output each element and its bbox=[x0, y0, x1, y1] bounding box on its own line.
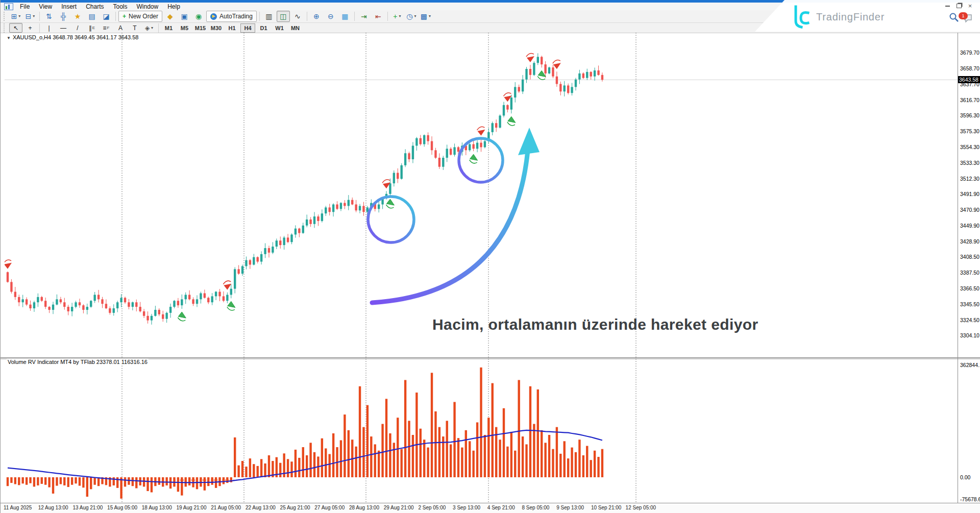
templates-button[interactable]: ▩▾ bbox=[419, 11, 432, 22]
timeframe-mn[interactable]: MN bbox=[288, 23, 303, 33]
cursor-tool-icon: ↖ bbox=[13, 25, 18, 31]
profiles-button-icon: ⊟ bbox=[26, 13, 32, 20]
new-chart-button[interactable]: ⊞▾ bbox=[9, 11, 22, 22]
crosshair-tool[interactable]: + bbox=[23, 23, 37, 33]
channel-tool[interactable]: ∥E bbox=[85, 23, 99, 33]
search-icon[interactable] bbox=[949, 12, 959, 22]
price-axis-label: 3533.30 bbox=[960, 160, 980, 166]
menu-item-file[interactable]: File bbox=[15, 3, 34, 10]
buy-signal-icon bbox=[178, 312, 186, 318]
date-axis-label: 9 Sep 13:00 bbox=[556, 505, 584, 510]
date-axis-label: 15 Aug 05:00 bbox=[107, 505, 137, 510]
metaeditor-button-icon: ◆ bbox=[167, 13, 173, 20]
menu-item-insert[interactable]: Insert bbox=[57, 3, 81, 10]
horizontal-line-tool[interactable]: — bbox=[57, 23, 70, 33]
price-axis-label: 3428.90 bbox=[960, 238, 980, 245]
date-axis-label: 22 Aug 13:00 bbox=[246, 505, 276, 510]
horizontal-line-tool-icon: — bbox=[60, 25, 66, 31]
data-window-button[interactable]: ╬ bbox=[57, 11, 70, 22]
timeframe-d1[interactable]: D1 bbox=[256, 23, 271, 33]
price-chart[interactable] bbox=[5, 33, 958, 357]
signals-button[interactable]: ◉ bbox=[192, 11, 205, 22]
timeframe-m15[interactable]: M15 bbox=[193, 23, 208, 33]
new-order-button-icon: + bbox=[122, 13, 126, 19]
zoom-out-button[interactable]: ⊖ bbox=[324, 11, 337, 22]
shapes-tool[interactable]: ◈▾ bbox=[142, 23, 156, 33]
dropdown-caret-icon[interactable]: ▾ bbox=[18, 14, 20, 18]
sell-signal-icon bbox=[5, 263, 12, 269]
menu-item-charts[interactable]: Charts bbox=[81, 3, 108, 10]
dropdown-caret-icon[interactable]: ▾ bbox=[33, 14, 35, 18]
profiles-button[interactable]: ⊟▾ bbox=[23, 11, 37, 22]
auto-scroll-button[interactable]: ⇥ bbox=[357, 11, 371, 22]
terminal-button[interactable]: ▤ bbox=[85, 11, 99, 22]
sell-signal-icon bbox=[382, 180, 390, 183]
close-button[interactable]: × bbox=[965, 2, 975, 10]
trend-arrow[interactable] bbox=[372, 151, 528, 303]
restore-button[interactable] bbox=[954, 2, 964, 10]
fibonacci-tool-icon: ≡ bbox=[103, 25, 107, 31]
fibonacci-tool[interactable]: ≡F bbox=[100, 23, 113, 33]
indicators-button-icon: + bbox=[393, 13, 397, 20]
channel-tool-icon: ∥ bbox=[89, 25, 92, 31]
menu-item-view[interactable]: View bbox=[34, 3, 57, 10]
strategy-tester-button[interactable]: ◪ bbox=[100, 11, 113, 22]
buy-signal-icon bbox=[178, 317, 185, 321]
indicators-button[interactable]: +▾ bbox=[390, 11, 404, 22]
experts-button-icon: ▣ bbox=[181, 13, 187, 20]
trendline-tool[interactable]: / bbox=[71, 23, 84, 33]
line-chart-mode-button[interactable]: ∿ bbox=[291, 11, 304, 22]
navigator-button[interactable]: ★ bbox=[71, 11, 84, 22]
price-axis-label: 3491.90 bbox=[960, 191, 980, 197]
timeframe-m5[interactable]: M5 bbox=[177, 23, 192, 33]
sell-signal-icon bbox=[477, 127, 485, 130]
candle-chart-mode-button-icon: ◫ bbox=[280, 13, 286, 20]
timeframe-m30[interactable]: M30 bbox=[209, 23, 224, 33]
menu-item-tools[interactable]: Tools bbox=[109, 3, 132, 10]
dropdown-caret-icon[interactable]: ▾ bbox=[399, 14, 401, 18]
timeframe-w1[interactable]: W1 bbox=[272, 23, 287, 33]
experts-button[interactable]: ▣ bbox=[178, 11, 191, 22]
chart-shift-button[interactable]: ⇤ bbox=[372, 11, 385, 22]
toolbar-grip[interactable] bbox=[4, 12, 7, 21]
current-price-tag: 3643.58 bbox=[958, 76, 980, 83]
timeframe-h1[interactable]: H1 bbox=[225, 23, 239, 33]
dropdown-caret-icon[interactable]: ▾ bbox=[429, 14, 431, 18]
vertical-line-tool[interactable]: | bbox=[42, 23, 56, 33]
text-tool[interactable]: A bbox=[114, 23, 127, 33]
bar-chart-mode-button[interactable]: ▥ bbox=[262, 11, 276, 22]
cursor-tool[interactable]: ↖ bbox=[9, 23, 22, 33]
collapse-icon[interactable]: ▼ bbox=[7, 36, 11, 40]
dropdown-caret-icon[interactable]: ▾ bbox=[414, 14, 416, 18]
zoom-in-button[interactable]: ⊕ bbox=[310, 11, 323, 22]
sell-signal-icon bbox=[553, 63, 561, 69]
market-watch-button[interactable]: ⇅ bbox=[42, 11, 56, 22]
price-axis-label: 3449.90 bbox=[960, 223, 980, 229]
volume-indicator-chart[interactable] bbox=[5, 359, 958, 503]
auto-scroll-button-icon: ⇥ bbox=[361, 13, 367, 20]
buy-signal-icon bbox=[507, 122, 515, 126]
menu-item-window[interactable]: Window bbox=[132, 3, 163, 10]
sell-signal-icon bbox=[503, 93, 511, 96]
menu-item-help[interactable]: Help bbox=[163, 3, 185, 10]
watermark-band: TradingFinder × 1 bbox=[755, 0, 980, 32]
toolbar-grip[interactable] bbox=[4, 23, 7, 33]
candle-chart-mode-button[interactable]: ◫ bbox=[277, 11, 290, 22]
metaeditor-button[interactable]: ◆ bbox=[163, 11, 177, 22]
buy-signal-icon bbox=[386, 199, 394, 205]
timeframe-m1[interactable]: M1 bbox=[161, 23, 176, 33]
minimize-button[interactable] bbox=[943, 2, 952, 10]
date-axis-label: 18 Aug 13:00 bbox=[142, 505, 172, 510]
timeframe-h4[interactable]: H4 bbox=[240, 23, 255, 33]
date-axis-label: 13 Aug 21:00 bbox=[72, 505, 103, 510]
mt4-window: FileViewInsertChartsToolsWindowHelp ⊞▾⊟▾… bbox=[0, 0, 980, 513]
new-order-button[interactable]: +New Order bbox=[118, 11, 162, 22]
date-axis-label: 19 Aug 21:00 bbox=[177, 505, 207, 510]
text-label-tool[interactable]: T bbox=[128, 23, 141, 33]
chart-annotation-text[interactable]: Hacim, ortalamanın üzerinde hareket ediy… bbox=[432, 316, 758, 333]
date-axis[interactable]: 11 Aug 202512 Aug 13:0013 Aug 21:0015 Au… bbox=[1, 503, 980, 513]
tile-windows-button[interactable]: ▦ bbox=[338, 11, 352, 22]
periods-button[interactable]: ◷▾ bbox=[405, 11, 418, 22]
autotrading-button[interactable]: ▶AutoTrading bbox=[206, 11, 257, 22]
dropdown-caret-icon[interactable]: ▾ bbox=[151, 26, 153, 30]
